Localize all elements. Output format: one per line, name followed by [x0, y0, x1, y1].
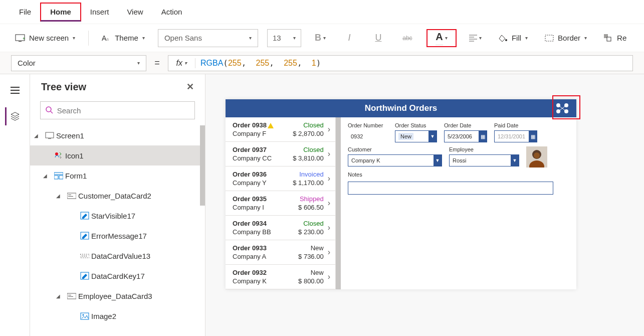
order-row[interactable]: Order 0937Company CCClosed$ 3,810.00›: [226, 142, 335, 166]
hamburger-button[interactable]: [6, 81, 24, 99]
menu-file[interactable]: File: [10, 4, 40, 20]
tree-node-datacardvalue13[interactable]: DataCardValue13: [30, 246, 205, 266]
svg-point-22: [82, 255, 83, 256]
tree-search[interactable]: [40, 101, 195, 119]
paid-date-label: Paid Date: [494, 122, 537, 128]
notes-label: Notes: [348, 172, 569, 178]
order-row[interactable]: Order 0932Company KNew$ 800.00›: [226, 265, 335, 289]
svg-point-5: [505, 39, 507, 41]
image-icon: [78, 312, 91, 320]
order-date-label: Order Date: [444, 122, 487, 128]
calendar-icon[interactable]: ▦: [479, 131, 487, 142]
theme-icon: Aa: [102, 34, 111, 42]
icon-icon: [52, 151, 65, 160]
svg-rect-8: [607, 37, 611, 41]
svg-rect-11: [48, 138, 51, 139]
tree-node-image2[interactable]: Image2: [30, 306, 205, 326]
border-button[interactable]: Border▾: [541, 31, 591, 45]
menu-home[interactable]: Home: [40, 3, 81, 22]
tree-node-label: DataCardKey17: [91, 272, 145, 280]
svg-point-12: [55, 152, 58, 155]
order-row[interactable]: Order 0934Company BBClosed$ 230.00›: [226, 216, 335, 240]
svg-rect-28: [68, 296, 73, 297]
fill-icon: [499, 34, 508, 42]
svg-point-24: [86, 255, 87, 256]
chevron-right-icon: ›: [328, 149, 330, 158]
tree-view-pane: Tree view ✕ ◢Screen1Icon1◢Form1◢Customer…: [30, 74, 205, 336]
chevron-right-icon: ›: [328, 248, 330, 257]
order-list-scrollbar[interactable]: [336, 117, 341, 289]
tree-scrollbar[interactable]: [200, 125, 205, 206]
close-tree-button[interactable]: ✕: [186, 81, 194, 92]
italic-button[interactable]: I: [339, 29, 359, 47]
app-preview: Northwind Orders Order 0938Company FClos…: [226, 99, 576, 289]
tree-list: ◢Screen1Icon1◢Form1◢Customer_DataCard2St…: [30, 125, 205, 336]
tree-node-label: Employee_DataCard3: [78, 292, 152, 300]
new-screen-button[interactable]: + New screen▾: [11, 31, 79, 45]
align-button[interactable]: ▾: [466, 29, 486, 47]
tree-node-label: Icon1: [65, 151, 84, 160]
tree-node-form1[interactable]: ◢Form1: [30, 165, 205, 186]
chevron-right-icon: ›: [328, 272, 330, 281]
app-header-icon[interactable]: [553, 101, 571, 115]
notes-input[interactable]: [348, 182, 553, 195]
order-row[interactable]: Order 0935Company IShipped$ 606.50›: [226, 191, 335, 216]
strike-button[interactable]: abc: [397, 29, 417, 47]
formula-input[interactable]: RGBA(255, 255, 255, 1): [200, 58, 321, 68]
svg-rect-1: [19, 41, 22, 42]
tree-node-starvisible17[interactable]: StarVisible17: [30, 206, 205, 226]
font-select[interactable]: Open Sans▾: [158, 29, 258, 47]
property-select[interactable]: Color▾: [11, 55, 146, 71]
calendar-icon[interactable]: ▦: [529, 131, 537, 142]
order-list[interactable]: Order 0938Company FClosed$ 2,870.00›Orde…: [226, 117, 336, 289]
tree-node-screen1[interactable]: ◢Screen1: [30, 125, 205, 145]
order-date-input[interactable]: 5/23/2006▦: [444, 130, 487, 142]
screen-icon: [43, 131, 56, 140]
menu-insert[interactable]: Insert: [81, 4, 118, 20]
tree-node-errormessage17[interactable]: ErrorMessage17: [30, 226, 205, 246]
order-row[interactable]: Order 0933Company ANew$ 736.00›: [226, 240, 335, 265]
employee-avatar: [526, 146, 547, 167]
fill-button[interactable]: Fill▾: [495, 31, 532, 45]
fx-button[interactable]: fx▾: [173, 59, 190, 68]
chevron-right-icon: ›: [328, 174, 330, 183]
tree-view-title: Tree view: [41, 81, 86, 93]
hamburger-icon: [11, 87, 20, 94]
tree-node-icon1[interactable]: Icon1: [30, 145, 205, 165]
edit-icon: [78, 212, 91, 220]
order-row[interactable]: Order 0938Company FClosed$ 2,870.00›: [226, 117, 335, 142]
tree-node-customer_datacard2[interactable]: ◢Customer_DataCard2: [30, 186, 205, 206]
order-row[interactable]: Order 0936Company YInvoiced$ 1,170.00›: [226, 166, 335, 191]
paid-date-input[interactable]: 12/31/2001▦: [494, 130, 537, 142]
customer-select[interactable]: Company K▼: [348, 154, 442, 166]
tree-node-label: ErrorMessage17: [91, 232, 147, 240]
left-rail: [0, 74, 30, 336]
menu-view[interactable]: View: [118, 4, 152, 20]
bold-button[interactable]: B▾: [310, 29, 330, 47]
underline-button[interactable]: U: [368, 29, 388, 47]
svg-point-23: [84, 255, 85, 256]
svg-point-38: [534, 152, 540, 158]
tree-view-rail-button[interactable]: [5, 107, 23, 125]
reorder-button[interactable]: Re: [600, 31, 630, 45]
order-number-label: Order Number: [348, 122, 388, 128]
tree-node-label: DataCardValue13: [91, 252, 150, 260]
screen-icon: +: [15, 34, 25, 42]
ribbon: + New screen▾ Aa Theme▾ Open Sans▾ 13▾ B…: [0, 24, 644, 52]
equals-label: =: [151, 58, 163, 68]
employee-select[interactable]: Rossi▼: [449, 154, 519, 166]
tree-search-input[interactable]: [57, 106, 189, 115]
tree-node-datacardkey17[interactable]: DataCardKey17: [30, 266, 205, 286]
svg-rect-27: [68, 295, 71, 295]
canvas[interactable]: Northwind Orders Order 0938Company FClos…: [205, 74, 644, 336]
tree-node-employee_datacard3[interactable]: ◢Employee_DataCard3: [30, 286, 205, 306]
theme-button[interactable]: Aa Theme▾: [98, 31, 149, 45]
menu-action[interactable]: Action: [152, 4, 191, 20]
order-status-select[interactable]: New▼: [395, 130, 437, 142]
order-form: Order Number 0932 Order Status New▼ Orde…: [341, 117, 576, 289]
tree-node-label: Image2: [91, 312, 116, 320]
menu-bar: File Home Insert View Action: [0, 0, 644, 24]
font-color-button[interactable]: A▾: [426, 29, 457, 47]
app-header: Northwind Orders: [226, 99, 576, 117]
font-size-select[interactable]: 13▾: [267, 29, 301, 47]
